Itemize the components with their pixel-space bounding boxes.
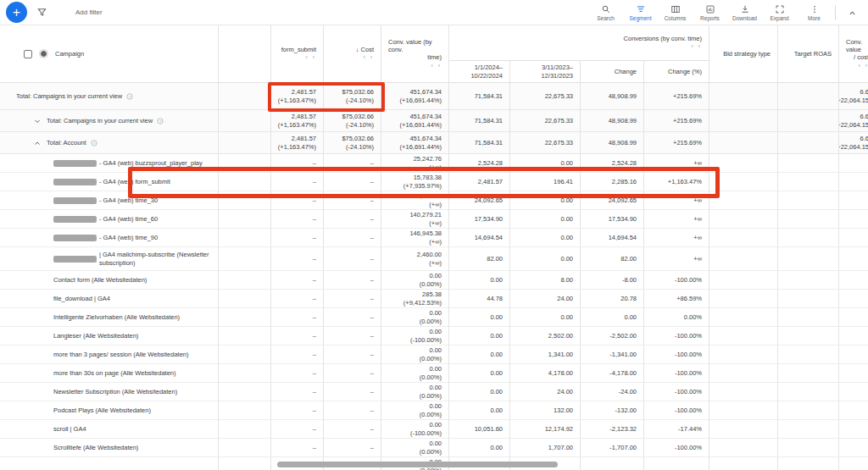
- cell-conv-per-cost: [839, 173, 868, 191]
- expand-button[interactable]: Expand: [762, 4, 797, 21]
- add-campaign-button[interactable]: +: [6, 2, 27, 23]
- column-move-icons[interactable]: ‹ ›: [858, 63, 868, 70]
- cell-form-submit: –: [271, 290, 324, 308]
- status-circle-icon[interactable]: [40, 50, 47, 58]
- horizontal-scrollbar[interactable]: [277, 462, 558, 467]
- campaign-name[interactable]: Podcast Plays (Alle Websitedaten): [53, 406, 151, 415]
- cell-change: 14,694.54: [581, 229, 644, 247]
- cell-date2: 1,707.00: [510, 439, 581, 457]
- bid-strategy-header[interactable]: Bid strategy type: [709, 25, 778, 83]
- cell-change: 2,285.16: [581, 173, 644, 191]
- campaign-rows-section: - GA4 (web) buzzsprout_player_play –– 25…: [0, 154, 868, 470]
- cell-conv-value: 0.00(0.00%): [381, 364, 449, 383]
- campaign-name[interactable]: - GA4 (web) time_60: [99, 215, 158, 224]
- add-filter-button[interactable]: Add filter: [75, 8, 103, 16]
- campaign-name[interactable]: - GA4 (web) time_90: [99, 234, 158, 242]
- select-all-checkbox[interactable]: [24, 50, 32, 58]
- campaign-name[interactable]: - GA4 (web) time_30: [99, 196, 158, 205]
- reports-button[interactable]: Reports: [693, 4, 727, 21]
- svg-text:?: ?: [129, 94, 131, 98]
- cell-form-submit: –: [271, 308, 324, 327]
- campaign-name[interactable]: | GA4 mailchimp-subscribe (Newsletter su…: [99, 251, 211, 268]
- target-roas-header[interactable]: Target ROAS: [778, 25, 839, 83]
- cell-form-submit: 2,481.57(+1,163.47%): [271, 132, 324, 154]
- toolbar-divider: [835, 5, 836, 20]
- svg-text:?: ?: [159, 119, 162, 123]
- cost-header[interactable]: ↓ Cost ‹ ›: [324, 25, 381, 83]
- search-button[interactable]: Search: [588, 4, 623, 21]
- segment-button[interactable]: Segment: [623, 4, 658, 21]
- plus-icon: +: [13, 5, 20, 20]
- cell-target-roas: [778, 327, 839, 346]
- cell-date1: 0.00: [449, 327, 510, 346]
- search-icon: [601, 4, 611, 14]
- campaign-name[interactable]: more than 30s on page (Alle Websitedaten…: [53, 369, 176, 378]
- help-icon[interactable]: ?: [126, 93, 133, 100]
- cell-target-roas: [778, 364, 839, 383]
- totals-section: Total: Campaigns in your current view? 2…: [0, 83, 868, 154]
- campaign-name[interactable]: - GA4 (web) form_submit: [99, 178, 170, 186]
- cell-bid-strategy: [709, 271, 778, 290]
- cell-conv-value: 140,279.21(+∞): [381, 210, 449, 229]
- conv-value-header[interactable]: Conv. value (by conv. time) ‹ ›: [381, 25, 449, 83]
- campaign-name-cell: [0, 457, 219, 470]
- cell-form-submit: –: [271, 401, 324, 420]
- chevron-down-icon[interactable]: [32, 116, 42, 126]
- cell-change: -2,123.32: [581, 420, 644, 439]
- total-label: Total: Campaigns in your current view: [47, 117, 153, 125]
- campaign-name[interactable]: more than 3 pages/ session (Alle Website…: [53, 351, 189, 359]
- table-row: - GA4 (web) time_90 –– 146,945.38(+∞) 14…: [0, 229, 868, 247]
- campaign-name[interactable]: Intelligente Zielvorhaben (Alle Websited…: [53, 313, 180, 322]
- cell-cost: $75,032.66(-24.10%): [324, 83, 381, 110]
- blank-cell: [219, 290, 271, 308]
- campaign-name[interactable]: Newsletter Subscription (Alle Websitedat…: [53, 388, 177, 396]
- conversions-group-header[interactable]: Conversions (by conv. time) › ‹: [449, 25, 709, 61]
- cell-change: 48,908.99: [581, 132, 644, 154]
- chevron-up-icon[interactable]: [32, 138, 42, 148]
- cell-target-roas: [778, 154, 839, 173]
- cell-cost: –: [324, 154, 381, 173]
- column-move-icons[interactable]: ‹ ›: [431, 63, 442, 70]
- campaign-name[interactable]: scroll | GA4: [53, 425, 86, 434]
- cell-form-submit: –: [271, 271, 324, 290]
- cell-bid-strategy: [709, 191, 778, 210]
- blank-cell: [219, 154, 271, 173]
- more-button[interactable]: More: [797, 4, 832, 21]
- cell-change: -1,707.00: [581, 439, 644, 457]
- cell-form-submit: 2,481.57(+1,163.47%): [271, 110, 324, 132]
- campaign-name[interactable]: Langleser (Alle Websitedaten): [53, 332, 138, 340]
- columns-button[interactable]: Columns: [658, 4, 693, 21]
- conv-value-per-cost-header[interactable]: Conv. value / cost ‹ ›: [839, 25, 868, 83]
- campaign-name[interactable]: - GA4 (web) buzzsprout_player_play: [99, 159, 203, 168]
- cell-cost: –: [324, 210, 381, 229]
- cell-date2: 0.00: [510, 247, 581, 271]
- cell-date1: 44.78: [449, 290, 510, 308]
- filter-button[interactable]: [36, 7, 47, 18]
- help-icon[interactable]: ?: [91, 140, 97, 147]
- blank-cell: [219, 364, 271, 383]
- column-move-icons[interactable]: ‹ ›: [363, 54, 374, 62]
- cell-conv-per-cost: [839, 154, 868, 173]
- blank-cell: [219, 110, 271, 132]
- campaign-name[interactable]: Contact form (Alle Websitedaten): [53, 276, 147, 285]
- segment-icon: [636, 4, 646, 14]
- help-icon[interactable]: ?: [157, 118, 164, 124]
- column-move-icons[interactable]: ‹ ›: [305, 54, 316, 62]
- cell-bid-strategy: [709, 154, 778, 173]
- cell-date1: 24,092.65: [449, 191, 510, 210]
- collapse-table-button[interactable]: [841, 8, 863, 19]
- download-button[interactable]: Download: [727, 4, 762, 21]
- campaign-name[interactable]: Scrolltiefe (Alle Websitedaten): [53, 444, 138, 452]
- campaign-name[interactable]: file_download | GA4: [53, 295, 110, 303]
- toolbar: + Add filter Search Segment Columns Repo…: [0, 0, 868, 25]
- campaign-name-cell: scroll | GA4: [0, 420, 219, 439]
- form-submit-header[interactable]: form_submit ‹ ›: [271, 25, 324, 83]
- cell-bid-strategy: [709, 110, 778, 132]
- column-collapse-icons[interactable]: › ‹: [691, 43, 702, 51]
- cell-conv-per-cost: [839, 229, 868, 247]
- table-row: more than 3 pages/ session (Alle Website…: [0, 346, 868, 364]
- cell-target-roas: [778, 401, 839, 420]
- cell-date1: 10,051.60: [449, 420, 510, 439]
- cell-form-submit: –: [271, 364, 324, 383]
- cell-bid-strategy: [709, 457, 778, 470]
